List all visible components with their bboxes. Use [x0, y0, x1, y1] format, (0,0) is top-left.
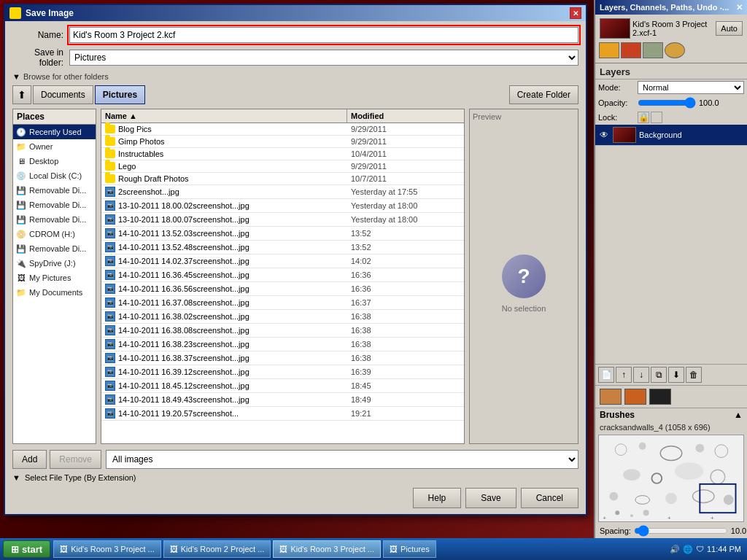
filename-input[interactable]	[69, 27, 578, 43]
image-icon: 📷	[105, 270, 115, 280]
places-item[interactable]: 💾Removable Di...	[13, 241, 96, 256]
layer-row[interactable]: 👁 Background	[595, 125, 747, 146]
tool-icon-4[interactable]	[665, 42, 685, 58]
file-row[interactable]: Blog Pics 9/29/2011	[101, 123, 464, 136]
dialog-title-icon	[9, 7, 21, 19]
places-item[interactable]: 💾Removable Di...	[13, 212, 96, 227]
add-button[interactable]: Add	[12, 450, 47, 469]
places-item[interactable]: 📀CDROM (H:)	[13, 227, 96, 241]
svg-point-17	[630, 514, 633, 517]
places-item-label: Owner	[29, 142, 53, 151]
tool-icon-3[interactable]	[643, 42, 663, 58]
mode-select[interactable]: Normal	[638, 81, 744, 94]
file-row[interactable]: 📷 14-10-2011 16.36.45screenshot...jpg 16…	[101, 268, 464, 282]
file-row[interactable]: 📷 14-10-2011 16.38.37screenshot...jpg 16…	[101, 351, 464, 365]
col-name-header[interactable]: Name ▲	[101, 109, 347, 122]
create-folder-button[interactable]: Create Folder	[509, 85, 578, 104]
taskbar-item[interactable]: 🖼Pictures	[383, 540, 436, 558]
toolbar-left: ⬆ Documents Pictures	[12, 85, 145, 104]
nav-up-btn[interactable]: ⬆	[12, 85, 31, 104]
file-row[interactable]: 📷 14-10-2011 13.52.48screenshot...jpg 13…	[101, 241, 464, 254]
pictures-button[interactable]: Pictures	[95, 85, 145, 104]
file-name-cell: 📷 13-10-2011 18.00.02screenshot...jpg	[101, 199, 347, 212]
taskbar-item[interactable]: 🖼Kid's Room 3 Project ...	[273, 540, 381, 558]
file-modified-cell: Yesterday at 18:00	[347, 200, 464, 211]
file-row[interactable]: 📷 13-10-2011 18.00.07screenshot...jpg Ye…	[101, 213, 464, 227]
file-row[interactable]: 📷 14-10-2011 16.38.02screenshot...jpg 16…	[101, 310, 464, 324]
file-row[interactable]: Lego 9/29/2011	[101, 160, 464, 173]
places-item[interactable]: 📁Owner	[13, 139, 96, 154]
file-row[interactable]: 📷 14-10-2011 14.02.37screenshot...jpg 14…	[101, 254, 464, 268]
places-item[interactable]: 🕐Recently Used	[13, 125, 96, 139]
move-down-btn[interactable]: ↓	[633, 367, 649, 383]
taskbar-item-icon: 🖼	[279, 545, 287, 553]
file-row[interactable]: 📷 14-10-2011 16.36.56screenshot...jpg 16…	[101, 282, 464, 296]
dialog-close-button[interactable]: ✕	[570, 7, 581, 19]
merge-layer-btn[interactable]: ⬇	[668, 367, 684, 383]
file-row[interactable]: 📷 14-10-2011 19.20.57screenshot... 19:21	[101, 407, 464, 421]
move-up-btn[interactable]: ↑	[616, 367, 632, 383]
remove-button[interactable]: Remove	[50, 450, 101, 469]
save-in-select[interactable]: Pictures	[69, 50, 578, 66]
opacity-slider[interactable]	[638, 97, 696, 109]
file-row[interactable]: Instructables 10/4/2011	[101, 148, 464, 160]
places-item-icon: 🖼	[16, 273, 26, 283]
places-item[interactable]: 💾Removable Di...	[13, 198, 96, 212]
places-item[interactable]: 🖼My Pictures	[13, 271, 96, 285]
start-button[interactable]: ⊞ start	[3, 540, 50, 558]
duplicate-layer-btn[interactable]: ⧉	[651, 367, 667, 383]
file-type-toggle-icon[interactable]: ▼	[12, 473, 20, 482]
lock-icon-1[interactable]: 🔒	[638, 112, 649, 123]
lock-icon-2[interactable]	[651, 112, 662, 123]
delete-layer-btn[interactable]: 🗑	[686, 367, 702, 383]
file-row[interactable]: 📷 14-10-2011 16.37.08screenshot...jpg 16…	[101, 296, 464, 310]
col-modified-header[interactable]: Modified	[347, 109, 464, 122]
file-row[interactable]: 📷 14-10-2011 16.38.08screenshot...jpg 16…	[101, 324, 464, 338]
file-row[interactable]: Gimp Photos 9/29/2011	[101, 136, 464, 148]
tool-icon-2[interactable]	[621, 42, 641, 58]
save-button[interactable]: Save	[465, 488, 516, 508]
taskbar-item[interactable]: 🖼Kid's Room 3 Project ...	[53, 540, 161, 558]
file-row[interactable]: 📷 13-10-2011 18.00.02screenshot...jpg Ye…	[101, 199, 464, 213]
browse-toggle-icon[interactable]: ▼	[12, 72, 20, 81]
new-layer-btn[interactable]: 📄	[598, 367, 614, 383]
file-row[interactable]: 📷 14-10-2011 16.39.12screenshot...jpg 16…	[101, 365, 464, 379]
files-list: Blog Pics 9/29/2011 Gimp Photos 9/29/201…	[101, 123, 464, 421]
auto-button[interactable]: Auto	[716, 21, 743, 36]
taskbar-item[interactable]: 🖼Kid's Room 2 Project ...	[163, 540, 271, 558]
brushes-expand-btn[interactable]: ▲	[734, 410, 743, 420]
file-type-toggle-label[interactable]: Select File Type (By Extension)	[25, 473, 136, 482]
file-row[interactable]: 📷 14-10-2011 16.38.23screenshot...jpg 16…	[101, 338, 464, 351]
help-button[interactable]: Help	[413, 488, 462, 508]
layers-panel-close-btn[interactable]: ✕	[736, 3, 743, 12]
places-item[interactable]: 🖥Desktop	[13, 154, 96, 168]
documents-button[interactable]: Documents	[33, 85, 93, 104]
brushes-title: Brushes	[600, 410, 635, 420]
places-item[interactable]: 📁My Documents	[13, 285, 96, 300]
file-row[interactable]: 📷 2screenshot...jpg Yesterday at 17:55	[101, 185, 464, 199]
swatch-3[interactable]	[649, 389, 671, 405]
places-item[interactable]: 🔌SpyDrive (J:)	[13, 256, 96, 271]
project-thumbnail	[600, 18, 630, 39]
file-row[interactable]: 📷 14-10-2011 18.45.12screenshot...jpg 18…	[101, 379, 464, 393]
file-row[interactable]: Rough Draft Photos 10/7/2011	[101, 173, 464, 185]
svg-point-8	[675, 462, 703, 480]
file-name-cell: 📷 14-10-2011 13.52.03screenshot...jpg	[101, 227, 347, 240]
swatch-2[interactable]	[624, 389, 646, 405]
svg-point-4	[695, 444, 704, 453]
svg-point-16	[615, 510, 619, 515]
image-icon: 📷	[105, 353, 115, 363]
file-type-select[interactable]: All images	[106, 450, 578, 469]
places-item[interactable]: 💿Local Disk (C:)	[13, 168, 96, 183]
tool-icon-1[interactable]	[599, 42, 619, 58]
brushes-preview: + + +	[598, 435, 744, 522]
cancel-button[interactable]: Cancel	[521, 488, 578, 508]
places-item-label: Removable Di...	[29, 215, 86, 224]
browse-toggle-label[interactable]: Browse for other folders	[23, 72, 109, 81]
file-row[interactable]: 📷 14-10-2011 18.49.43screenshot...jpg 18…	[101, 393, 464, 407]
layer-visibility-toggle[interactable]: 👁	[598, 129, 610, 141]
places-item[interactable]: 💾Removable Di...	[13, 183, 96, 198]
spacing-slider[interactable]	[634, 525, 728, 537]
file-row[interactable]: 📷 14-10-2011 13.52.03screenshot...jpg 13…	[101, 227, 464, 241]
swatch-1[interactable]	[600, 389, 622, 405]
